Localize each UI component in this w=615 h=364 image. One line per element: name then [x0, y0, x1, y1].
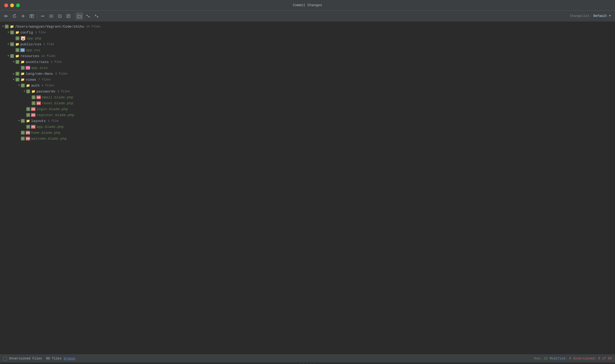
- changelist-label: Changelist:: [570, 14, 591, 18]
- tree-welcome-blade[interactable]: php welcome.blade.php: [0, 136, 615, 142]
- spacer: [12, 36, 16, 40]
- tree-layouts-folder[interactable]: 📁 layouts 1 file: [0, 118, 615, 124]
- minimize-button[interactable]: [10, 3, 14, 7]
- close-button[interactable]: [4, 3, 8, 7]
- root-path: /Users/wangyan/Vagrant/Code/zhihu: [15, 25, 84, 29]
- svg-point-0: [5, 15, 7, 17]
- publiccss-name: public/css: [20, 42, 41, 46]
- php-file-icon-email: php: [36, 95, 41, 99]
- checkbox-reset-blade[interactable]: [32, 101, 35, 105]
- svg-rect-6: [32, 14, 34, 18]
- checkbox-publiccss[interactable]: [10, 42, 14, 46]
- checkbox-lang[interactable]: [16, 72, 19, 76]
- changelist-value: Default: [594, 14, 607, 18]
- checkbox-resources[interactable]: [10, 54, 14, 58]
- folder-icon-config: 📁: [15, 31, 19, 34]
- tree-layouts-app-blade[interactable]: php app.blade.php: [0, 124, 615, 130]
- chevron-publiccss: [6, 42, 10, 46]
- spacer: [17, 66, 21, 70]
- passwords-count: 2 files: [57, 90, 70, 93]
- tree-app-scss[interactable]: scss app.scss: [0, 65, 615, 71]
- checkbox-welcome-blade[interactable]: [21, 137, 25, 140]
- email-blade-name: email.blade.php: [42, 95, 73, 99]
- divider-1: [37, 13, 37, 19]
- svg-rect-5: [30, 14, 31, 18]
- history-button[interactable]: [56, 12, 64, 20]
- welcome-blade-name: welcome.blade.php: [31, 137, 67, 141]
- browse-link[interactable]: browse: [64, 357, 75, 361]
- tree-passwords-folder[interactable]: 📁 passwords 2 files: [0, 88, 615, 94]
- folder-icon-layouts: 📁: [26, 119, 30, 123]
- tree-publiccss-folder[interactable]: 📁 public/css 1 file: [0, 41, 615, 47]
- resources-count: 12 files: [41, 54, 56, 58]
- layouts-app-blade-name: app.blade.php: [36, 125, 64, 129]
- checkbox-auth[interactable]: [21, 84, 25, 87]
- tree-config-app-php[interactable]: 🐷 app.php: [0, 35, 615, 41]
- checkbox-config[interactable]: [10, 31, 14, 34]
- tree-config-folder[interactable]: 📁 config 1 file: [0, 29, 615, 35]
- checkbox-app-php[interactable]: [16, 36, 19, 40]
- checkbox-app-scss[interactable]: [21, 66, 25, 70]
- chevron-root: [1, 25, 5, 28]
- note-button[interactable]: [65, 12, 72, 20]
- tree-email-blade[interactable]: php email.blade.php: [0, 94, 615, 100]
- spacer: [23, 113, 26, 117]
- tree-register-blade[interactable]: php register.blade.php: [0, 112, 615, 118]
- commit-button[interactable]: [2, 12, 10, 20]
- tree-views-folder[interactable]: 📁 views 7 files: [0, 77, 615, 83]
- tree-resources-folder[interactable]: 📁 resources 12 files: [0, 53, 615, 59]
- traffic-lights: [4, 3, 20, 7]
- layouts-name: layouts: [31, 119, 46, 123]
- tree-lang-folder[interactable]: 📁 lang/cmn-Hans 4 files: [0, 71, 615, 77]
- php-file-icon-home: php: [26, 131, 30, 135]
- config-name: config: [20, 31, 33, 35]
- tree-root[interactable]: 📁 /Users/wangyan/Vagrant/Code/zhihu 14 f…: [0, 24, 615, 29]
- collapse-button[interactable]: [93, 12, 100, 20]
- login-blade-name: login.blade.php: [36, 107, 68, 111]
- tree-assets-sass-folder[interactable]: 📁 assets/sass 1 file: [0, 59, 615, 65]
- remove-button[interactable]: [39, 12, 46, 20]
- auth-name: auth: [31, 84, 39, 88]
- css-file-icon: css: [20, 48, 25, 52]
- checkbox-views[interactable]: [16, 78, 19, 81]
- php-file-icon-login: php: [31, 107, 35, 111]
- divider-2: [74, 13, 74, 19]
- checkbox-layouts[interactable]: [21, 119, 25, 123]
- refresh-button[interactable]: [11, 12, 18, 20]
- diff-button[interactable]: [28, 12, 35, 20]
- php-file-icon-welcome: php: [26, 137, 30, 140]
- checkbox-assets-sass[interactable]: [16, 60, 19, 64]
- checkbox-login-blade[interactable]: [26, 107, 30, 111]
- checkbox-passwords[interactable]: [26, 90, 30, 93]
- tree-login-blade[interactable]: php login.blade.php: [0, 106, 615, 112]
- lang-name: lang/cmn-Hans: [26, 72, 53, 76]
- tree-auth-folder[interactable]: 📁 auth 4 files: [0, 83, 615, 88]
- add-button[interactable]: [19, 12, 27, 20]
- folder-icon-lang: 📁: [20, 72, 25, 76]
- status-bar: Unversioned Files 80 files browse New: 1…: [0, 354, 615, 362]
- status-unversioned: Unversioned: 0 of 80: [573, 357, 612, 361]
- changelist-dropdown-icon[interactable]: ▼: [609, 14, 611, 17]
- chevron-passwords: [23, 90, 26, 93]
- expand-button[interactable]: [84, 12, 92, 20]
- tree-app-css[interactable]: css app.css: [0, 47, 615, 53]
- views-count: 7 files: [38, 78, 51, 81]
- checkbox-root[interactable]: [5, 25, 9, 28]
- folder-toggle-button[interactable]: [76, 12, 83, 20]
- checkbox-register-blade[interactable]: [26, 113, 30, 117]
- reset-blade-name: reset.blade.php: [42, 101, 73, 105]
- folder-icon-resources: 📁: [15, 54, 19, 58]
- checkbox-email-blade[interactable]: [32, 95, 35, 99]
- maximize-button[interactable]: [16, 3, 20, 7]
- app-css-name: app.css: [26, 48, 41, 52]
- unversioned-checkbox[interactable]: [3, 357, 7, 361]
- folder-icon-auth: 📁: [26, 84, 30, 87]
- checkbox-app-css[interactable]: [16, 48, 19, 52]
- checkbox-home-blade[interactable]: [21, 131, 25, 135]
- tree-home-blade[interactable]: php home.blade.php: [0, 130, 615, 136]
- checkbox-layouts-app-blade[interactable]: [26, 125, 30, 129]
- tree-reset-blade[interactable]: php reset.blade.php: [0, 100, 615, 106]
- drag-dots: • • • • •: [299, 362, 316, 364]
- drag-handle[interactable]: • • • • •: [0, 362, 615, 364]
- list-view-button[interactable]: [47, 12, 55, 20]
